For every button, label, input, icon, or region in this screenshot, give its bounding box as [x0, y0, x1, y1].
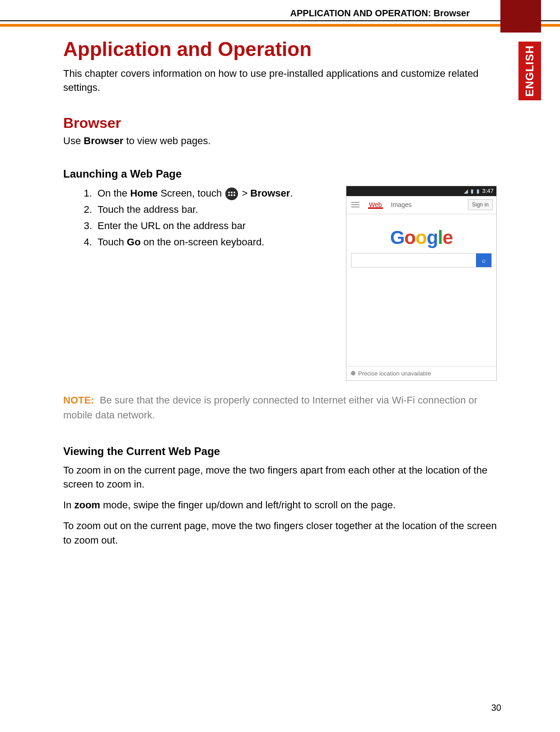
tab-images[interactable]: Images — [387, 201, 416, 208]
step-3: Enter the URL on the address bar — [95, 218, 333, 234]
search-button[interactable]: ⌕ — [476, 253, 491, 267]
battery-icon: ▮ — [476, 188, 480, 194]
search-input[interactable] — [351, 253, 476, 267]
browser-tab-bar: Web Images Sign in — [346, 196, 496, 214]
phone-screenshot: ◢ ▮ ▮ 3:47 Web Images Sign in Google ⌕ — [346, 186, 497, 381]
menu-icon[interactable] — [346, 202, 364, 207]
signal-icon: ▮ — [471, 188, 474, 194]
sign-in-button[interactable]: Sign in — [468, 199, 493, 210]
page-header: APPLICATION AND OPERATION: Browser — [0, 8, 560, 27]
section-browser-heading: Browser — [63, 115, 497, 131]
wifi-icon: ◢ — [464, 188, 468, 194]
viewing-p2: In zoom mode, swipe the finger up/down a… — [63, 498, 497, 512]
google-logo: Google — [346, 227, 496, 249]
launch-steps: On the Home Screen, touch > Browser. Tou… — [63, 186, 333, 381]
note-block: NOTE: Be sure that the device is properl… — [63, 393, 497, 422]
status-time: 3:47 — [482, 188, 494, 194]
launching-heading: Launching a Web Page — [63, 168, 497, 180]
page-content: Application and Operation This chapter c… — [63, 35, 497, 554]
language-label: ENGLISH — [523, 45, 536, 97]
phone-blank-area — [346, 272, 496, 366]
note-text: Be sure that the device is properly conn… — [63, 394, 477, 421]
viewing-p3: To zoom out on the current page, move th… — [63, 519, 497, 548]
corner-decoration — [500, 0, 541, 33]
note-label: NOTE: — [63, 394, 94, 406]
viewing-p1: To zoom in on the current page, move the… — [63, 463, 497, 492]
page-number: 30 — [491, 703, 501, 713]
running-head: APPLICATION AND OPERATION: Browser — [0, 8, 560, 21]
page-title: Application and Operation — [63, 38, 497, 61]
viewing-heading: Viewing the Current Web Page — [63, 445, 497, 458]
phone-status-bar: ◢ ▮ ▮ 3:47 — [346, 186, 496, 196]
step-2: Touch the address bar. — [95, 202, 333, 217]
step-4: Touch Go on the on-screen keyboard. — [95, 235, 333, 250]
intro-paragraph: This chapter covers information on how t… — [63, 67, 497, 95]
tab-web[interactable]: Web — [364, 201, 387, 208]
header-rule — [0, 24, 560, 27]
apps-grid-icon — [225, 188, 238, 200]
location-text: Precise location unavailable — [358, 370, 431, 377]
location-bar: Precise location unavailable — [346, 366, 496, 380]
search-row: ⌕ — [351, 253, 492, 267]
language-tab: ENGLISH — [518, 42, 541, 100]
search-icon: ⌕ — [482, 257, 485, 264]
step-1: On the Home Screen, touch > Browser. — [95, 186, 333, 201]
location-pin-icon — [351, 371, 355, 375]
browser-use-line: Use Browser to view web pages. — [63, 135, 497, 147]
